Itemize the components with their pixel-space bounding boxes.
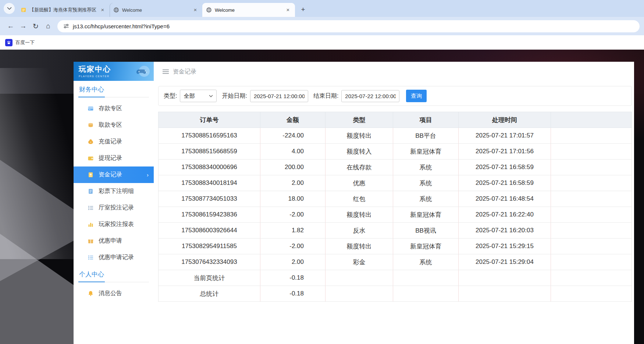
column-header (551, 112, 632, 128)
tab-close-button[interactable]: × (285, 7, 291, 13)
cell: 1753082954911585 (159, 239, 260, 254)
cell: 额度转出 (325, 239, 393, 254)
sidebar-item-label: 玩家投注报表 (99, 221, 134, 228)
tab-close-button[interactable]: × (99, 7, 106, 13)
sidebar-items: 消息公告 (74, 282, 154, 302)
cell: 1753088340000696 (159, 160, 260, 175)
sidebar-item[interactable]: 存款专区 (74, 100, 154, 117)
cell (551, 175, 632, 191)
bookmark-label: 百度一下 (15, 39, 35, 46)
page-content: 玩家中心 PLAYERS CENTER 财务中心存款专区取款专区充值记录提现记录… (0, 50, 644, 344)
cell: 2025-07-21 16:22:40 (459, 207, 551, 223)
cell: 新皇冠体育 (393, 207, 459, 223)
player-center-panel: 玩家中心 PLAYERS CENTER 财务中心存款专区取款专区充值记录提现记录… (74, 62, 634, 344)
gamepad-icon (134, 65, 151, 79)
back-button[interactable]: ← (4, 20, 17, 32)
page-title: 资金记录 (173, 68, 196, 76)
coins-icon (88, 122, 94, 128)
menu-icon[interactable] (163, 69, 169, 74)
cell: 当前页统计 (159, 270, 260, 286)
note-icon (21, 7, 26, 13)
type-select-value: 全部 (184, 93, 195, 100)
cell: 1753088516595163 (159, 128, 260, 144)
table-row: 175308773405103318.00红包系统2025-07-21 16:4… (159, 191, 632, 207)
sidebar-item[interactable]: 优惠申请 (74, 233, 154, 249)
cell: 200.00 (260, 160, 325, 175)
cell (551, 223, 632, 239)
cell: BB视讯 (393, 223, 459, 239)
site-settings-icon[interactable] (63, 23, 69, 29)
cell: 新皇冠体育 (393, 239, 459, 254)
tab-title: Welcome (215, 7, 282, 13)
cell: 优惠 (325, 175, 393, 191)
doc-icon (88, 188, 94, 194)
sidebar-item[interactable]: 提现记录 (74, 150, 154, 166)
fund-icon (88, 172, 94, 178)
table-row: 17530885156685594.00额度转入新皇冠体育2025-07-21 … (159, 144, 632, 160)
chevron-down-icon (209, 95, 213, 97)
cell: 1.82 (260, 223, 325, 239)
cell: 4.00 (260, 144, 325, 160)
cell: 额度转入 (325, 144, 393, 160)
sidebar-item[interactable]: 消息公告 (74, 285, 154, 302)
table-row: 17530883400181942.00优惠系统2025-07-21 16:58… (159, 175, 632, 191)
sidebar-item[interactable]: 优惠申请记录 (74, 249, 154, 266)
query-button[interactable]: 查询 (406, 90, 427, 102)
tab-close-button[interactable]: × (192, 7, 199, 13)
bell-icon (88, 290, 94, 297)
new-tab-button[interactable]: + (298, 4, 308, 15)
column-header: 金额 (260, 112, 325, 128)
start-date-input[interactable] (250, 90, 308, 102)
baidu-icon (5, 39, 13, 46)
sidebar-item[interactable]: 充值记录 (74, 133, 154, 150)
address-bar[interactable]: js13.cc/hhcp/usercenter.html?iniType=6 (57, 20, 640, 32)
cell: 反水 (325, 223, 393, 239)
tab-strip: 【新提醒】海燕体育预测推荐区×Welcome×Welcome× + (0, 0, 644, 17)
tab-search-button[interactable] (4, 3, 15, 14)
column-header: 项目 (393, 112, 459, 128)
tab-title: Welcome (122, 7, 189, 13)
cell (551, 191, 632, 207)
sidebar-item-label: 提现记录 (99, 154, 122, 162)
sidebar-item[interactable]: 资金记录› (74, 166, 154, 183)
end-date-input[interactable] (341, 90, 399, 102)
cell: 1753076432334093 (159, 254, 260, 270)
cell (459, 270, 551, 286)
browser-tab[interactable]: Welcome× (110, 3, 202, 17)
sidebar-item-label: 消息公告 (99, 290, 122, 297)
forward-button[interactable]: → (17, 20, 29, 32)
main-content: 资金记录 类型: 全部 开始日期: 结束日期: 查询 订单号金额类 (154, 62, 634, 344)
reload-button[interactable]: ↻ (29, 20, 42, 32)
cell: 红包 (325, 191, 393, 207)
sidebar-item-label: 厅室投注记录 (99, 204, 134, 212)
cell: 彩金 (325, 254, 393, 270)
table-row: 1753082954911585-2.00额度转出新皇冠体育2025-07-21… (159, 239, 632, 254)
type-select[interactable]: 全部 (180, 90, 217, 102)
sidebar-item[interactable]: 彩票下注明细 (74, 183, 154, 200)
cell: 2025-07-21 16:48:54 (459, 191, 551, 207)
bookmark-baidu[interactable]: 百度一下 (5, 39, 35, 46)
sidebar-item[interactable]: 玩家投注报表 (74, 216, 154, 233)
summary-row: 总统计-0.18 (159, 286, 632, 302)
summary-row: 当前页统计-0.18 (159, 270, 632, 286)
cell: 1753086003926644 (159, 223, 260, 239)
column-header: 类型 (325, 112, 393, 128)
cell (551, 128, 632, 144)
cell: 2025-07-21 15:29:04 (459, 254, 551, 270)
cell (551, 286, 632, 302)
sidebar-item[interactable]: 取款专区 (74, 117, 154, 133)
chart-icon (88, 221, 94, 227)
sidebar-header: 玩家中心 PLAYERS CENTER (74, 62, 154, 81)
home-button[interactable]: ⌂ (42, 20, 54, 32)
globe-icon (113, 7, 119, 13)
sidebar-section-heading: 个人中心 (78, 266, 149, 282)
sidebar-item-label: 彩票下注明细 (99, 187, 134, 195)
sidebar-item[interactable]: 厅室投注记录 (74, 200, 154, 216)
column-header: 订单号 (159, 112, 260, 128)
cell (551, 254, 632, 270)
sidebar-item-label: 资金记录 (99, 171, 122, 179)
list-icon (88, 254, 94, 261)
card-icon (88, 105, 94, 112)
browser-tab[interactable]: Welcome× (202, 3, 295, 17)
browser-tab[interactable]: 【新提醒】海燕体育预测推荐区× (17, 3, 110, 17)
